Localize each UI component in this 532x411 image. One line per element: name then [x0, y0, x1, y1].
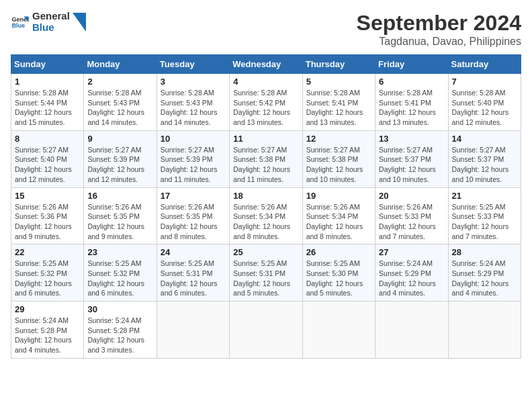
calendar-cell: 1Sunrise: 5:28 AM Sunset: 5:44 PM Daylig… — [11, 74, 84, 131]
calendar-cell: 23Sunrise: 5:25 AM Sunset: 5:32 PM Dayli… — [84, 244, 157, 302]
day-info: Sunrise: 5:28 AM Sunset: 5:43 PM Dayligh… — [87, 88, 152, 128]
day-number: 26 — [306, 247, 371, 257]
day-info: Sunrise: 5:26 AM Sunset: 5:36 PM Dayligh… — [15, 202, 80, 242]
calendar-cell: 8Sunrise: 5:27 AM Sunset: 5:40 PM Daylig… — [11, 130, 84, 187]
day-number: 8 — [15, 134, 80, 144]
day-info: Sunrise: 5:27 AM Sunset: 5:40 PM Dayligh… — [15, 145, 80, 185]
day-number: 13 — [379, 134, 444, 144]
weekday-header-thursday: Thursday — [302, 55, 375, 74]
day-number: 10 — [161, 134, 226, 144]
day-info: Sunrise: 5:25 AM Sunset: 5:33 PM Dayligh… — [452, 202, 517, 242]
calendar-cell — [230, 302, 302, 359]
calendar-cell: 29Sunrise: 5:24 AM Sunset: 5:28 PM Dayli… — [11, 302, 84, 359]
day-number: 9 — [87, 134, 152, 144]
day-info: Sunrise: 5:27 AM Sunset: 5:37 PM Dayligh… — [452, 145, 517, 185]
calendar-cell: 17Sunrise: 5:26 AM Sunset: 5:35 PM Dayli… — [157, 187, 229, 244]
day-number: 15 — [15, 191, 80, 201]
day-info: Sunrise: 5:27 AM Sunset: 5:37 PM Dayligh… — [379, 145, 444, 185]
day-number: 3 — [161, 77, 226, 87]
calendar-title: September 2024 — [357, 11, 521, 36]
day-info: Sunrise: 5:25 AM Sunset: 5:32 PM Dayligh… — [15, 259, 80, 298]
day-number: 22 — [15, 247, 80, 257]
calendar-cell: 5Sunrise: 5:28 AM Sunset: 5:41 PM Daylig… — [302, 74, 375, 131]
calendar-cell: 4Sunrise: 5:28 AM Sunset: 5:42 PM Daylig… — [230, 74, 302, 131]
day-number: 27 — [379, 247, 444, 257]
day-info: Sunrise: 5:25 AM Sunset: 5:30 PM Dayligh… — [306, 259, 371, 298]
day-info: Sunrise: 5:28 AM Sunset: 5:44 PM Dayligh… — [15, 88, 80, 128]
calendar-subtitle: Tagdanua, Davao, Philippines — [357, 36, 521, 48]
day-number: 16 — [87, 191, 152, 201]
calendar-cell: 14Sunrise: 5:27 AM Sunset: 5:37 PM Dayli… — [448, 130, 521, 187]
calendar-cell — [302, 302, 375, 359]
calendar-cell: 15Sunrise: 5:26 AM Sunset: 5:36 PM Dayli… — [11, 187, 84, 244]
day-number: 2 — [87, 77, 152, 87]
day-number: 17 — [161, 191, 226, 201]
day-info: Sunrise: 5:25 AM Sunset: 5:31 PM Dayligh… — [233, 259, 298, 298]
day-info: Sunrise: 5:27 AM Sunset: 5:38 PM Dayligh… — [306, 145, 371, 185]
day-number: 7 — [452, 77, 517, 87]
weekday-header-tuesday: Tuesday — [157, 55, 229, 74]
calendar-cell: 7Sunrise: 5:28 AM Sunset: 5:40 PM Daylig… — [448, 74, 521, 131]
logo: General Blue General Blue — [11, 11, 86, 33]
calendar-cell: 13Sunrise: 5:27 AM Sunset: 5:37 PM Dayli… — [375, 130, 448, 187]
calendar-cell: 24Sunrise: 5:25 AM Sunset: 5:31 PM Dayli… — [157, 244, 229, 302]
calendar-cell: 9Sunrise: 5:27 AM Sunset: 5:39 PM Daylig… — [84, 130, 157, 187]
calendar-cell: 20Sunrise: 5:26 AM Sunset: 5:33 PM Dayli… — [375, 187, 448, 244]
calendar-week-1: 1Sunrise: 5:28 AM Sunset: 5:44 PM Daylig… — [11, 74, 521, 131]
day-info: Sunrise: 5:26 AM Sunset: 5:34 PM Dayligh… — [233, 202, 298, 242]
calendar-cell — [157, 302, 229, 359]
day-number: 18 — [233, 191, 298, 201]
day-number: 21 — [452, 191, 517, 201]
calendar-table: SundayMondayTuesdayWednesdayThursdayFrid… — [11, 54, 521, 359]
day-info: Sunrise: 5:24 AM Sunset: 5:29 PM Dayligh… — [379, 259, 444, 298]
page-header: General Blue General Blue September 2024… — [11, 11, 521, 48]
day-number: 28 — [452, 247, 517, 257]
day-info: Sunrise: 5:26 AM Sunset: 5:35 PM Dayligh… — [87, 202, 152, 242]
calendar-cell: 18Sunrise: 5:26 AM Sunset: 5:34 PM Dayli… — [230, 187, 302, 244]
day-info: Sunrise: 5:26 AM Sunset: 5:35 PM Dayligh… — [161, 202, 226, 242]
day-number: 4 — [233, 77, 298, 87]
day-info: Sunrise: 5:27 AM Sunset: 5:39 PM Dayligh… — [161, 145, 226, 185]
logo-arrow-icon — [73, 13, 86, 32]
weekday-header-sunday: Sunday — [11, 55, 84, 74]
day-number: 19 — [306, 191, 371, 201]
calendar-cell: 11Sunrise: 5:27 AM Sunset: 5:38 PM Dayli… — [230, 130, 302, 187]
day-number: 23 — [87, 247, 152, 257]
logo-icon: General Blue — [11, 13, 30, 32]
day-info: Sunrise: 5:24 AM Sunset: 5:28 PM Dayligh… — [87, 316, 152, 355]
svg-marker-3 — [73, 13, 86, 32]
calendar-cell: 10Sunrise: 5:27 AM Sunset: 5:39 PM Dayli… — [157, 130, 229, 187]
weekday-header-row: SundayMondayTuesdayWednesdayThursdayFrid… — [11, 55, 521, 74]
day-number: 12 — [306, 134, 371, 144]
day-number: 25 — [233, 247, 298, 257]
calendar-cell: 21Sunrise: 5:25 AM Sunset: 5:33 PM Dayli… — [448, 187, 521, 244]
day-number: 11 — [233, 134, 298, 144]
calendar-cell — [448, 302, 521, 359]
weekday-header-saturday: Saturday — [448, 55, 521, 74]
logo-general: General — [32, 11, 70, 22]
calendar-week-3: 15Sunrise: 5:26 AM Sunset: 5:36 PM Dayli… — [11, 187, 521, 244]
logo-blue: Blue — [32, 22, 70, 34]
day-info: Sunrise: 5:28 AM Sunset: 5:43 PM Dayligh… — [161, 88, 226, 128]
day-info: Sunrise: 5:26 AM Sunset: 5:33 PM Dayligh… — [379, 202, 444, 242]
calendar-week-2: 8Sunrise: 5:27 AM Sunset: 5:40 PM Daylig… — [11, 130, 521, 187]
day-number: 14 — [452, 134, 517, 144]
weekday-header-monday: Monday — [84, 55, 157, 74]
calendar-cell: 16Sunrise: 5:26 AM Sunset: 5:35 PM Dayli… — [84, 187, 157, 244]
calendar-cell: 22Sunrise: 5:25 AM Sunset: 5:32 PM Dayli… — [11, 244, 84, 302]
calendar-cell: 27Sunrise: 5:24 AM Sunset: 5:29 PM Dayli… — [375, 244, 448, 302]
calendar-week-4: 22Sunrise: 5:25 AM Sunset: 5:32 PM Dayli… — [11, 244, 521, 302]
calendar-cell: 19Sunrise: 5:26 AM Sunset: 5:34 PM Dayli… — [302, 187, 375, 244]
day-info: Sunrise: 5:25 AM Sunset: 5:31 PM Dayligh… — [161, 259, 226, 298]
day-info: Sunrise: 5:24 AM Sunset: 5:29 PM Dayligh… — [452, 259, 517, 298]
calendar-cell: 6Sunrise: 5:28 AM Sunset: 5:41 PM Daylig… — [375, 74, 448, 131]
weekday-header-friday: Friday — [375, 55, 448, 74]
day-info: Sunrise: 5:24 AM Sunset: 5:28 PM Dayligh… — [15, 316, 80, 355]
day-info: Sunrise: 5:28 AM Sunset: 5:40 PM Dayligh… — [452, 88, 517, 128]
calendar-cell — [375, 302, 448, 359]
day-number: 6 — [379, 77, 444, 87]
day-info: Sunrise: 5:27 AM Sunset: 5:39 PM Dayligh… — [87, 145, 152, 185]
day-number: 1 — [15, 77, 80, 87]
day-number: 20 — [379, 191, 444, 201]
day-info: Sunrise: 5:27 AM Sunset: 5:38 PM Dayligh… — [233, 145, 298, 185]
